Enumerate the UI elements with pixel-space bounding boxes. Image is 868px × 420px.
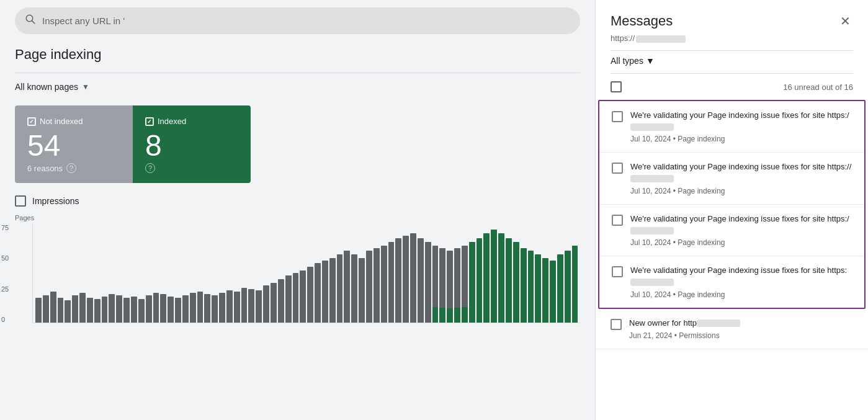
chart-bar [462, 246, 468, 323]
chart-bar [572, 246, 578, 323]
chart-bar [256, 290, 262, 323]
panel-header: Messages ✕ [596, 0, 868, 32]
chart-bar [168, 297, 174, 323]
chart-bar [293, 273, 299, 323]
message-item-5[interactable]: New owner for http Jun 21, 2024 • Permis… [596, 309, 868, 349]
message-checkbox-3[interactable] [612, 215, 623, 226]
types-filter-row: All types ▼ [596, 51, 868, 73]
messages-list: We're validating your Page indexing issu… [596, 100, 868, 420]
all-types-button[interactable]: All types ▼ [611, 56, 655, 66]
chart-bar [72, 295, 78, 323]
chart-bar [131, 297, 137, 323]
chart-bar [146, 295, 152, 323]
chart-bar [182, 295, 189, 323]
chart-bar [102, 297, 108, 323]
chart-bar [212, 295, 218, 323]
search-bar[interactable]: Inspect any URL in ' [15, 7, 580, 34]
chart-bar [65, 300, 71, 323]
chart-bar [197, 292, 204, 323]
stats-row: Not indexed 54 6 reasons ? Indexed 8 ? [15, 105, 275, 183]
chart-bar [138, 299, 145, 323]
not-indexed-card: Not indexed 54 6 reasons ? [15, 105, 133, 183]
chart-bar [513, 242, 519, 323]
chart-bar [35, 298, 42, 323]
chart-bar [477, 238, 483, 323]
chart-bar [381, 246, 387, 323]
message-meta-4: Jul 10, 2024 • Page indexing [630, 290, 852, 299]
chart-container [32, 224, 580, 323]
not-indexed-label: Not indexed [40, 117, 83, 126]
chart-bar [359, 258, 365, 323]
chart-bar [410, 233, 416, 323]
chart-bar [123, 298, 130, 323]
chart-bar [307, 267, 313, 323]
chart-bar [344, 251, 350, 323]
redacted-url-4 [630, 279, 674, 286]
message-checkbox-1[interactable] [612, 111, 623, 122]
message-checkbox-2[interactable] [612, 163, 623, 174]
chart-bar [447, 251, 453, 323]
chart-bar [175, 298, 181, 323]
filter-row: All known pages ▼ [0, 73, 595, 101]
types-chevron-icon: ▼ [646, 56, 655, 66]
not-indexed-help-icon[interactable]: ? [66, 163, 76, 173]
message-meta-1: Jul 10, 2024 • Page indexing [630, 135, 852, 143]
chart-bar [87, 298, 93, 323]
redacted-url-3 [630, 227, 674, 235]
chart-bar [521, 248, 527, 323]
chart-bar [94, 299, 101, 323]
message-title-4: We're validating your Page indexing issu… [630, 265, 852, 287]
message-content-5: New owner for http Jun 21, 2024 • Permis… [629, 318, 853, 340]
message-item[interactable]: We're validating your Page indexing issu… [599, 101, 864, 153]
chart-bar [454, 248, 460, 323]
chart-bar [374, 248, 380, 323]
chart-bar [337, 254, 343, 323]
chart-bar [469, 242, 475, 323]
close-button[interactable]: ✕ [838, 12, 853, 30]
message-item-3[interactable]: We're validating your Page indexing issu… [599, 205, 864, 256]
impressions-label: Impressions [32, 196, 79, 206]
messages-title: Messages [611, 13, 673, 29]
url-redacted [636, 35, 686, 43]
message-item-4[interactable]: We're validating your Page indexing issu… [599, 256, 864, 307]
message-checkbox-4[interactable] [612, 266, 623, 277]
chart-bar [241, 288, 248, 323]
highlighted-messages-section: We're validating your Page indexing issu… [598, 100, 866, 309]
chart-bar [557, 254, 563, 323]
chart-bar [491, 230, 497, 323]
chart-bar [550, 261, 556, 323]
message-checkbox-5[interactable] [611, 319, 622, 330]
message-item-2[interactable]: We're validating your Page indexing issu… [599, 153, 864, 204]
chart-bar [388, 242, 395, 323]
chart-bar [204, 294, 210, 323]
message-title-1: We're validating your Page indexing issu… [630, 110, 852, 132]
chart-bar [395, 238, 401, 323]
chart-bar [432, 246, 439, 323]
impressions-checkbox[interactable] [15, 195, 26, 207]
chart-bar [271, 283, 277, 323]
not-indexed-header: Not indexed [27, 117, 118, 126]
chart-bar [483, 233, 490, 323]
chart-bar [160, 294, 166, 323]
all-types-label: All types [611, 56, 643, 66]
message-meta-2: Jul 10, 2024 • Page indexing [630, 187, 852, 195]
chart-y-label: Pages [15, 214, 580, 221]
chart-bar [351, 254, 357, 323]
filter-label: All known pages [15, 82, 78, 92]
chart-bar [418, 238, 424, 323]
chart-bar [50, 292, 56, 323]
indexed-header: Indexed [145, 117, 236, 126]
select-all-checkbox[interactable] [611, 81, 622, 92]
chart-bar [58, 298, 64, 323]
indexed-help-icon[interactable]: ? [145, 163, 155, 173]
message-content-4: We're validating your Page indexing issu… [630, 265, 852, 298]
chart-bar [190, 293, 196, 323]
unread-count: 16 unread out of 16 [783, 83, 853, 92]
not-indexed-sub: 6 reasons ? [27, 163, 118, 173]
chart-bar [300, 270, 306, 323]
chart-bar [542, 258, 548, 323]
chart-bar [116, 295, 122, 323]
not-indexed-checkbox-icon [27, 117, 36, 126]
all-known-pages-dropdown[interactable]: All known pages ▼ [15, 82, 89, 92]
indexed-checkbox-icon [145, 117, 154, 126]
